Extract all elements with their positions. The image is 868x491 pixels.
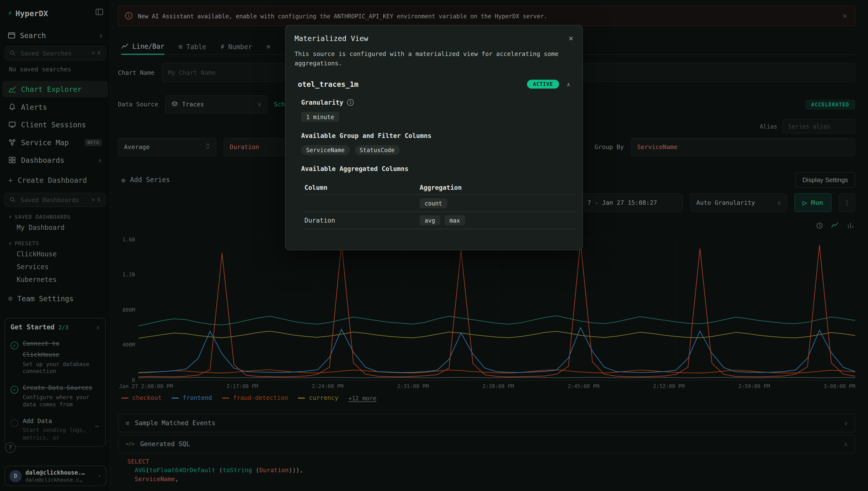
granularity-value-row: 1 minute [294,112,573,122]
group-filter-chips: ServiceNameStatusCode [294,145,573,155]
aggregated-columns-table: Column Aggregation countDurationavgmax [304,180,576,229]
modal-close-icon[interactable]: × [569,33,574,43]
materialized-view-modal: Materialized View × This source is confi… [285,25,583,250]
aggregation-cell: count [420,198,447,208]
granularity-section-label: Granularity i [294,98,573,106]
view-table-name: otel_traces_1m [298,80,359,88]
info-icon[interactable]: i [347,99,354,106]
table-row: Durationavgmax [304,212,576,229]
aggregation-chip-avg: avg [420,215,440,225]
table-header-row: Column Aggregation [304,180,576,195]
granularity-chip: 1 minute [301,112,339,122]
modal-header: Materialized View × [294,33,573,43]
active-status-badge: ACTIVE [527,80,559,89]
materialized-view-accordion[interactable]: otel_traces_1m ACTIVE ∧ [294,80,573,89]
chevron-up-icon: ∧ [567,81,570,87]
filter-column-chip-StatusCode: StatusCode [355,145,399,155]
modal-title: Materialized View [294,34,368,42]
modal-description: This source is configured with a materia… [294,50,571,68]
column-cell: Duration [304,216,420,224]
hyperdx-app: ⚡ HyperDX Search ∧ ⌘ K No saved searches… [0,0,868,491]
aggregation-cell: avgmax [420,215,465,225]
aggregated-section-label: Available Aggregated Columns [294,165,573,173]
column-header: Column [304,183,420,191]
table-body: countDurationavgmax [304,195,576,229]
aggregation-chip-count: count [420,198,447,208]
aggregation-header: Aggregation [420,183,462,191]
filter-column-chip-ServiceName: ServiceName [301,145,350,155]
table-row: count [304,195,576,212]
aggregation-chip-max: max [445,215,465,225]
granularity-label: Granularity [301,98,343,106]
group-filter-section-label: Available Group and Filter Columns [294,132,573,139]
